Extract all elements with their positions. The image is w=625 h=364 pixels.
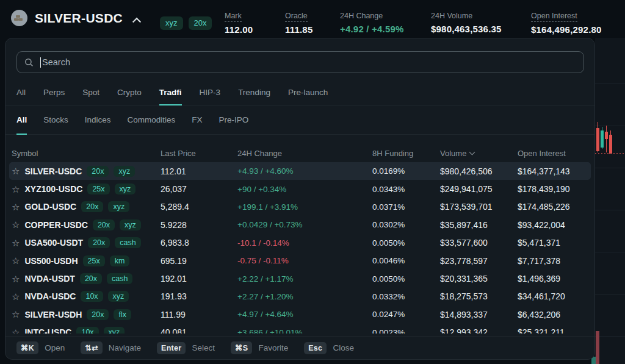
search-box[interactable] (16, 51, 584, 73)
market-row-nvda-usdt[interactable]: ☆ NVDA-USDT 20x cash 192.01 +2.22 / +1.1… (9, 269, 591, 287)
tab-trending[interactable]: Trending (238, 80, 270, 105)
column-header-24h-change[interactable]: 24H Change (237, 149, 372, 158)
market-row-gold-usdc[interactable]: ☆ GOLD-USDC 20x xyz 5,289.4 +199.1 / +3.… (9, 198, 591, 216)
column-header-volume[interactable]: Volume (440, 149, 518, 158)
column-header-open-interest[interactable]: Open Interest (518, 149, 591, 158)
symbol-cell: ☆ NVDA-USDC 10x xyz (12, 291, 161, 302)
search-input[interactable] (42, 57, 576, 67)
shortcut-favorite: ⌘SFavorite (231, 341, 288, 354)
favorite-star-icon[interactable]: ☆ (12, 185, 20, 194)
subtab-all[interactable]: All (16, 105, 27, 134)
symbol-cell: ☆ INTC-USDC 10x xyz (12, 327, 161, 334)
volume: $35,897,416 (440, 220, 518, 230)
column-header-label: 8H Funding (372, 149, 413, 158)
open-interest: $93,422,004 (518, 220, 591, 230)
pair-selector[interactable]: SILVER-USDC (11, 10, 140, 26)
market-row-us500-usdh[interactable]: ☆ US500-USDH 25x km 695.19 -0.75 / -0.11… (9, 252, 591, 269)
tab-tradfi[interactable]: Tradfi (159, 80, 182, 105)
symbol-label: COPPER-USDC (24, 220, 87, 230)
24h-change: +90 / +0.34% (237, 185, 372, 194)
symbol-cell: ☆ SILVER-USDC 20x xyz (12, 166, 161, 177)
open-interest: $178,439,190 (518, 184, 591, 194)
leverage-badge: 10x (81, 291, 103, 302)
favorite-star-icon[interactable]: ☆ (12, 292, 20, 301)
favorite-star-icon[interactable]: ☆ (12, 202, 20, 212)
8h-funding: 0.0050% (372, 238, 440, 248)
shortcut-label: Close (333, 343, 354, 352)
market-selector-panel: AllPerpsSpotCryptoTradfiHIP-3TrendingPre… (5, 38, 595, 360)
leverage-badge: 25x (87, 184, 109, 194)
24h-change: +4.97 / +4.64% (237, 310, 372, 319)
last-price: 40,081 (161, 327, 237, 334)
symbol-cell: ☆ NVDA-USDT 20x cash (12, 273, 161, 284)
dex-badge: xyz (114, 166, 135, 177)
last-price: 695.19 (161, 256, 237, 266)
favorite-star-icon[interactable]: ☆ (12, 328, 20, 334)
subtab-indices[interactable]: Indices (85, 105, 111, 134)
leverage-badge: 25x (83, 255, 105, 266)
subtab-commodities[interactable]: Commodities (128, 105, 176, 134)
open-interest: $174,485,226 (518, 202, 591, 212)
stat-label[interactable]: Open Interest (531, 12, 577, 22)
market-row-xyz100-usdc[interactable]: ☆ XYZ100-USDC 25x xyz 26,037 +90 / +0.34… (9, 180, 591, 198)
stat-oracle: Oracle111.85 (285, 10, 312, 35)
open-interest: $5,471,371 (518, 238, 591, 248)
shortcut-navigate: ⇅⇄Navigate (81, 341, 141, 354)
subtab-pre-ipo[interactable]: Pre-IPO (219, 105, 249, 134)
column-header-last-price[interactable]: Last Price (161, 149, 237, 158)
last-price: 5.9228 (161, 220, 237, 230)
dex-badge: xyz (108, 201, 129, 212)
24h-change: +2.27 / +1.20% (237, 292, 372, 301)
favorite-star-icon[interactable]: ☆ (12, 166, 20, 176)
stat-label[interactable]: Oracle (285, 12, 308, 22)
shortcut-label: Navigate (109, 343, 141, 352)
stat-label: 24H Change (340, 12, 383, 21)
column-header-8h-funding[interactable]: 8H Funding (372, 149, 440, 158)
silver-coin-icon (11, 10, 27, 26)
column-header-symbol[interactable]: Symbol (12, 149, 161, 158)
dex-badge: xyz (108, 291, 129, 302)
market-row-usa500-usdt[interactable]: ☆ USA500-USDT 20x cash 6,983.8 -10.1 / -… (9, 234, 591, 252)
dex-badge: cash (115, 237, 140, 248)
tab-pre-launch[interactable]: Pre-launch (288, 80, 328, 105)
tab-perps[interactable]: Perps (43, 80, 65, 105)
category-tabs: AllPerpsSpotCryptoTradfiHIP-3TrendingPre… (5, 80, 594, 105)
symbol-label: XYZ100-USDC (24, 184, 82, 194)
favorite-star-icon[interactable]: ☆ (12, 274, 20, 284)
favorite-star-icon[interactable]: ☆ (12, 220, 20, 229)
kbd-favorite: ⌘S (231, 341, 252, 354)
favorite-star-icon[interactable]: ☆ (12, 238, 20, 248)
shortcut-label: Select (192, 343, 215, 352)
open-interest: $6,432,206 (518, 310, 591, 319)
24h-change: +0.0429 / +0.73% (237, 220, 372, 229)
kbd-close: Esc (304, 342, 327, 354)
chart-gridlines (595, 38, 625, 364)
volume: $980,426,506 (440, 166, 518, 176)
tab-all[interactable]: All (16, 80, 26, 105)
subtab-stocks[interactable]: Stocks (43, 105, 68, 134)
tab-crypto[interactable]: Crypto (117, 80, 142, 105)
column-header-label: Last Price (161, 149, 196, 158)
stat-label[interactable]: Mark (225, 12, 242, 22)
market-row-copper-usdc[interactable]: ☆ COPPER-USDC 20x xyz 5.9228 +0.0429 / +… (9, 216, 591, 234)
symbol-label: GOLD-USDC (24, 202, 76, 212)
pair-badge: xyz (160, 16, 183, 30)
market-row-intc-usdc[interactable]: ☆ INTC-USDC 10x xyz 40,081 +3.686 / +10.… (9, 324, 591, 334)
leverage-badge: 20x (80, 273, 102, 284)
last-price: 6,983.8 (161, 238, 237, 248)
market-row-nvda-usdc[interactable]: ☆ NVDA-USDC 10x xyz 191.93 +2.27 / +1.20… (9, 288, 591, 305)
market-row-silver-usdc[interactable]: ☆ SILVER-USDC 20x xyz 112.01 +4.93 / +4.… (9, 162, 591, 180)
leverage-badge: 20x (88, 237, 110, 248)
tab-spot[interactable]: Spot (82, 80, 99, 105)
8h-funding: 0.0371% (372, 202, 440, 212)
stat-value: 111.85 (285, 24, 312, 35)
market-row-silver-usdh[interactable]: ☆ SILVER-USDH 20x flx 111.99 +4.97 / +4.… (9, 305, 591, 323)
symbol-label: NVDA-USDT (24, 274, 74, 284)
subtab-fx[interactable]: FX (192, 105, 202, 134)
favorite-star-icon[interactable]: ☆ (12, 256, 20, 265)
favorite-star-icon[interactable]: ☆ (12, 310, 20, 319)
tab-hip-3[interactable]: HIP-3 (200, 80, 221, 105)
8h-funding: 0.0169% (372, 166, 440, 176)
column-header-label: Symbol (12, 149, 38, 158)
24h-change: -10.1 / -0.14% (237, 238, 372, 248)
